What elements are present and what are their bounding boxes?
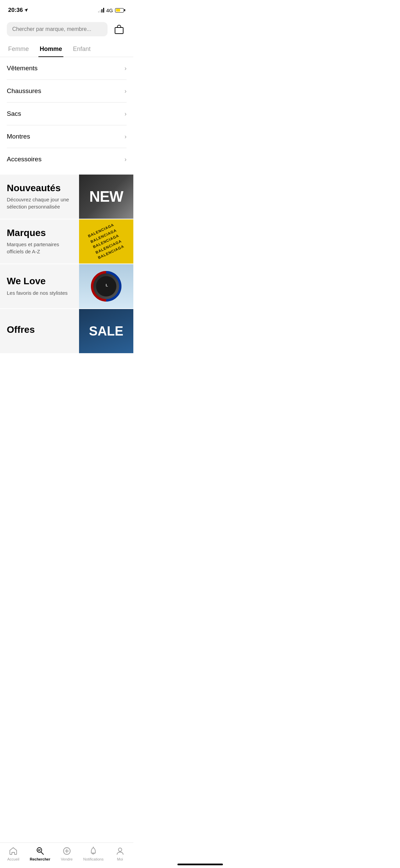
offres-image: SALE: [79, 309, 133, 353]
location-arrow-icon: [24, 8, 28, 12]
tab-enfant[interactable]: Enfant: [72, 43, 92, 57]
shopping-bag-icon: [114, 24, 124, 34]
cart-button[interactable]: [112, 22, 127, 37]
svg-rect-0: [115, 28, 123, 34]
gender-tabs: Femme Homme Enfant: [0, 40, 133, 57]
category-sacs[interactable]: Sacs ›: [7, 103, 127, 125]
chevron-right-icon: ›: [125, 65, 127, 72]
category-list: Vêtements › Chaussures › Sacs › Montres …: [0, 57, 133, 170]
network-label: 4G: [106, 7, 113, 13]
marques-image: BALENCIAGABALENCIAGABALENCIAGABALENCIAGA…: [79, 219, 133, 264]
search-container: [0, 18, 133, 40]
status-time: 20:36: [8, 7, 28, 14]
tab-homme[interactable]: Homme: [38, 43, 63, 57]
feature-card-marques[interactable]: Marques Marques et partenaires officiels…: [0, 219, 133, 264]
feature-card-welove[interactable]: We Love Les favoris de nos stylistes: [0, 264, 133, 308]
signal-bars-icon: [98, 8, 104, 13]
category-chaussures[interactable]: Chaussures ›: [7, 80, 127, 103]
chevron-right-icon: ›: [125, 110, 127, 117]
status-bar: 20:36 4G: [0, 0, 133, 18]
tab-femme[interactable]: Femme: [7, 43, 30, 57]
chevron-right-icon: ›: [125, 88, 127, 95]
feature-cards: Nouveautés Découvrez chaque jour une sél…: [0, 175, 133, 353]
category-montres[interactable]: Montres ›: [7, 125, 127, 148]
status-right: 4G: [98, 7, 125, 13]
feature-card-nouveautes[interactable]: Nouveautés Découvrez chaque jour une sél…: [0, 175, 133, 219]
battery-icon: [115, 8, 125, 13]
welove-image: [79, 264, 133, 308]
category-accessoires[interactable]: Accessoires ›: [7, 148, 127, 170]
chevron-right-icon: ›: [125, 156, 127, 163]
feature-card-offres[interactable]: Offres SALE: [0, 309, 133, 353]
category-vetements[interactable]: Vêtements ›: [7, 57, 127, 80]
nouveautes-image: NEW: [79, 175, 133, 219]
chevron-right-icon: ›: [125, 133, 127, 140]
search-input[interactable]: [7, 22, 108, 36]
